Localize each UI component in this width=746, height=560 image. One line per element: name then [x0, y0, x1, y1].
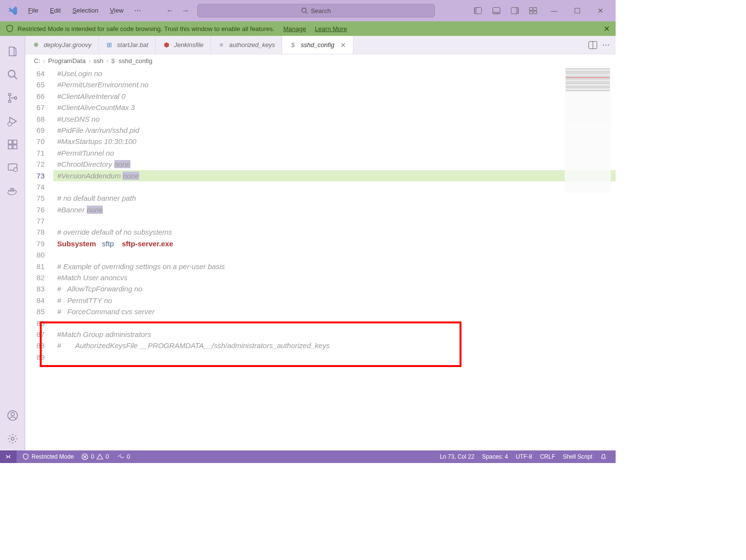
code-line[interactable]: # Example of overriding settings on a pe… [53, 261, 616, 272]
remote-explorer-icon[interactable] [1, 156, 24, 179]
run-debug-icon[interactable] [1, 110, 24, 133]
nav-back-icon[interactable]: ← [164, 5, 176, 16]
accounts-icon[interactable] [1, 404, 24, 427]
code-line[interactable]: #PermitUserEnvironment no [53, 79, 616, 90]
search-activity-icon[interactable] [1, 63, 24, 86]
docker-icon[interactable] [1, 179, 24, 203]
banner-learn-link[interactable]: Learn More [315, 25, 347, 32]
breadcrumb-ssh[interactable]: ssh [94, 57, 103, 64]
svg-point-31 [11, 413, 14, 416]
code-line[interactable]: # AllowTcpForwarding no [53, 283, 616, 294]
svg-rect-21 [13, 145, 17, 149]
code-line[interactable]: #ClientAliveCountMax 3 [53, 102, 616, 113]
code-line[interactable]: # no default banner path [53, 192, 616, 204]
tab-jenkinsfile[interactable]: ⬢ Jenkinsfile [156, 36, 211, 54]
search-icon [301, 7, 308, 14]
code-line[interactable]: #VersionAddendum none [53, 170, 616, 181]
svg-point-13 [8, 70, 15, 77]
svg-point-15 [8, 94, 11, 96]
split-editor-icon[interactable] [588, 41, 597, 49]
status-encoding[interactable]: UTF-8 [512, 453, 536, 460]
layout-panel-bottom-icon[interactable] [488, 4, 505, 17]
code-line[interactable]: #ClientAliveInterval 0 [53, 91, 616, 102]
menu-bar: File Edit Selection View ⋯ [23, 5, 145, 16]
tab-startjar[interactable]: ⊞ startJar.bat [99, 36, 156, 54]
code-line[interactable]: # AuthorizedKeysFile __PROGRAMDATA__/ssh… [53, 340, 616, 351]
editor-body[interactable]: 6465666768697071727374757677787980818283… [25, 67, 616, 450]
tab-authorizedkeys[interactable]: ≡ authorized_keys [211, 36, 283, 54]
layout-panel-right-icon[interactable] [506, 4, 524, 17]
minimap[interactable] [565, 67, 611, 193]
svg-point-0 [302, 8, 306, 13]
menu-edit[interactable]: Edit [45, 5, 65, 16]
status-cursor-position[interactable]: Ln 73, Col 22 [436, 453, 478, 460]
status-restricted-mode[interactable]: Restricted Mode [18, 453, 78, 460]
window-maximize-icon[interactable] [566, 2, 588, 19]
menu-view[interactable]: View [105, 5, 128, 16]
code-line[interactable]: # PermitTTY no [53, 295, 616, 306]
code-line[interactable]: #ChrootDirectory none [53, 159, 616, 170]
status-ports[interactable]: 0 [113, 453, 134, 460]
status-errors-count: 0 [91, 453, 94, 460]
nav-arrows: ← → [164, 5, 191, 16]
status-bar: Restricted Mode 0 0 0 Ln 73, Col 22 Spac… [0, 450, 616, 463]
code-line[interactable]: #MaxStartups 10:30:100 [53, 136, 616, 147]
svg-rect-27 [12, 190, 14, 192]
code-line[interactable] [53, 215, 616, 226]
settings-gear-icon[interactable] [1, 427, 24, 450]
window-minimize-icon[interactable]: — [543, 2, 565, 19]
banner-manage-link[interactable]: Manage [283, 25, 306, 32]
tab-deployjar[interactable]: ❋ deployJar.groovy [25, 36, 99, 54]
code-line[interactable]: Subsystem sftp sftp-server.exe [53, 238, 616, 249]
code-line[interactable] [53, 318, 616, 329]
groovy-file-icon: ❋ [32, 41, 40, 49]
breadcrumb-drive[interactable]: C: [34, 57, 40, 64]
code-line[interactable] [53, 352, 616, 363]
chevron-right-icon: › [106, 57, 108, 64]
code-line[interactable]: #UseDNS no [53, 113, 616, 125]
svg-rect-12 [575, 8, 580, 13]
code-line[interactable]: #PermitTunnel no [53, 147, 616, 159]
code-line[interactable]: # override default of no subsystems [53, 226, 616, 238]
svg-point-38 [120, 454, 121, 455]
code-content[interactable]: #UseLogin no#PermitUserEnvironment no#Cl… [53, 67, 616, 450]
svg-rect-26 [10, 190, 12, 192]
code-line[interactable]: #PidFile /var/run/sshd.pid [53, 125, 616, 136]
status-notifications-icon[interactable] [596, 453, 611, 460]
status-indentation[interactable]: Spaces: 4 [478, 453, 512, 460]
status-ports-count: 0 [127, 453, 130, 460]
status-problems[interactable]: 0 0 [78, 453, 112, 460]
source-control-icon[interactable] [1, 86, 24, 110]
code-line[interactable] [53, 249, 616, 260]
window-close-icon[interactable]: ✕ [589, 2, 612, 19]
code-line[interactable]: #Match Group administrators [53, 329, 616, 340]
code-line[interactable]: #Banner none [53, 204, 616, 215]
remote-indicator[interactable] [0, 450, 16, 463]
dollar-file-icon: $ [289, 41, 297, 49]
svg-rect-19 [8, 140, 12, 144]
explorer-icon[interactable] [1, 40, 24, 63]
nav-forward-icon[interactable]: → [180, 5, 191, 16]
svg-rect-11 [534, 11, 537, 14]
tab-close-icon[interactable]: ✕ [340, 41, 346, 49]
menu-selection[interactable]: Selection [67, 5, 103, 16]
breadcrumb-file[interactable]: sshd_config [119, 57, 152, 64]
status-eol[interactable]: CRLF [536, 453, 559, 460]
menu-file[interactable]: File [23, 5, 43, 16]
tab-more-icon[interactable]: ⋯ [602, 40, 610, 49]
code-line[interactable]: #UseLogin no [53, 68, 616, 79]
svg-rect-3 [475, 8, 477, 14]
code-line[interactable]: #Match User anoncvs [53, 272, 616, 283]
layout-panel-left-icon[interactable] [469, 4, 487, 17]
status-language[interactable]: Shell Script [559, 453, 596, 460]
tab-sshdconfig[interactable]: $ sshd_config ✕ [282, 36, 353, 54]
customize-layout-icon[interactable] [524, 4, 542, 17]
code-line[interactable]: # ForceCommand cvs server [53, 306, 616, 317]
tab-label: deployJar.groovy [44, 41, 92, 48]
banner-close-icon[interactable]: ✕ [603, 24, 610, 33]
menu-overflow[interactable]: ⋯ [130, 5, 145, 16]
command-center-search[interactable]: Search [197, 4, 435, 17]
breadcrumb-programdata[interactable]: ProgramData [48, 57, 85, 64]
extensions-icon[interactable] [1, 133, 24, 156]
code-line[interactable] [53, 181, 616, 192]
